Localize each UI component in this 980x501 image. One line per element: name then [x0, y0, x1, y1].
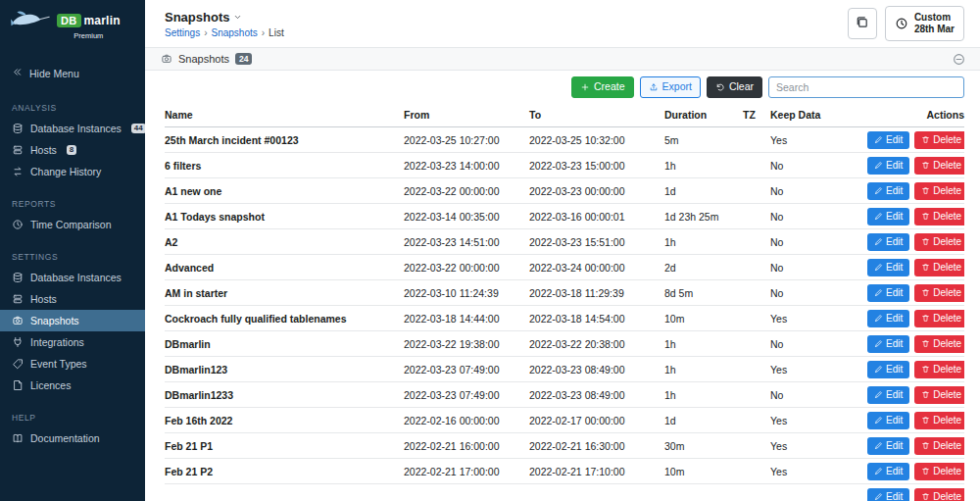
trash-icon — [921, 492, 930, 501]
edit-button[interactable]: Edit — [867, 437, 909, 455]
edit-button[interactable]: Edit — [867, 463, 909, 480]
trash-icon — [921, 467, 930, 476]
count-badge: 44 — [131, 124, 145, 133]
cell-name: AM in starter — [165, 280, 404, 306]
breadcrumb-settings[interactable]: Settings — [165, 27, 200, 38]
cell-tz — [743, 204, 770, 229]
sidebar-item-snapshots[interactable]: Snapshots — [0, 310, 145, 331]
column-header-to: To — [529, 104, 664, 127]
cell-actions: EditDelete — [862, 433, 964, 459]
edit-button[interactable]: Edit — [867, 208, 909, 225]
pencil-icon — [874, 492, 883, 501]
delete-button[interactable]: Delete — [914, 259, 964, 276]
chevron-down-icon[interactable] — [233, 13, 242, 22]
cell-from — [404, 484, 529, 501]
cell-tz — [743, 306, 770, 331]
edit-button[interactable]: Edit — [867, 182, 909, 200]
cell-duration: 1h — [664, 229, 743, 255]
cell-keep-data: No — [770, 178, 862, 204]
sidebar-item-integrations[interactable]: Integrations — [0, 331, 145, 353]
edit-button[interactable]: Edit — [867, 259, 909, 276]
pencil-icon — [874, 212, 883, 221]
cell-from: 2022-03-22 00:00:00 — [404, 255, 529, 280]
main-area: Snapshots Settings›Snapshots›List Custom… — [145, 0, 980, 501]
delete-button[interactable]: Delete — [914, 208, 964, 225]
logo-marlin-text: marlin — [84, 14, 121, 27]
cell-duration: 2d — [664, 255, 743, 280]
sidebar-item-documentation[interactable]: Documentation — [0, 427, 145, 449]
pencil-icon — [874, 161, 883, 170]
breadcrumb-list: List — [269, 27, 284, 38]
cell-duration: 1h — [664, 331, 743, 357]
time-range-date: 28th Mar — [914, 24, 955, 36]
sidebar-item-hosts[interactable]: Hosts — [0, 288, 145, 310]
cell-keep-data: Yes — [770, 433, 862, 459]
section-label-help: HELP — [0, 396, 145, 427]
delete-button[interactable]: Delete — [914, 386, 964, 404]
cell-to: 2022-02-21 17:10:00 — [529, 459, 664, 484]
edit-button[interactable]: Edit — [867, 131, 909, 149]
edit-button[interactable]: Edit — [867, 233, 909, 251]
cell-actions: EditDelete — [862, 255, 964, 280]
cell-name: A2 — [165, 229, 404, 255]
cell-name: Cockroach fully qualified tablenames — [165, 306, 404, 331]
trash-icon — [921, 135, 930, 144]
cell-tz — [743, 408, 770, 433]
sidebar-item-licences[interactable]: Licences — [0, 375, 145, 396]
delete-button[interactable]: Delete — [914, 182, 964, 200]
time-range-button[interactable]: Custom 28th Mar — [885, 6, 964, 41]
cell-actions: EditDelete — [862, 178, 964, 204]
sidebar-item-database-instances[interactable]: Database Instances44 — [0, 118, 145, 139]
trash-icon — [921, 212, 930, 221]
edit-button[interactable]: Edit — [867, 335, 909, 353]
column-header-duration: Duration — [664, 104, 743, 127]
search-input[interactable] — [768, 76, 964, 98]
delete-button[interactable]: Delete — [914, 463, 964, 480]
cell-keep-data: No — [770, 229, 862, 255]
edit-button[interactable]: Edit — [867, 488, 909, 501]
logo[interactable]: DB marlin Premium — [0, 0, 145, 44]
cell-keep-data: No — [770, 204, 862, 229]
sidebar-item-event-types[interactable]: Event Types — [0, 353, 145, 375]
edit-button[interactable]: Edit — [867, 361, 909, 378]
cell-actions: EditDelete — [862, 280, 964, 306]
copy-button[interactable] — [848, 8, 877, 39]
hide-menu-button[interactable]: Hide Menu — [0, 60, 145, 86]
sidebar-item-hosts[interactable]: Hosts8 — [0, 139, 145, 161]
delete-button[interactable]: Delete — [914, 233, 964, 251]
edit-button[interactable]: Edit — [867, 412, 909, 429]
delete-button[interactable]: Delete — [914, 310, 964, 327]
edit-button[interactable]: Edit — [867, 157, 909, 175]
edit-button[interactable]: Edit — [867, 386, 909, 404]
breadcrumb-snapshots[interactable]: Snapshots — [211, 27, 257, 38]
snapshots-table: NameFromToDurationTZKeep DataActions 25t… — [165, 104, 964, 501]
cell-from: 2022-03-10 11:24:39 — [404, 280, 529, 306]
edit-button[interactable]: Edit — [867, 284, 909, 302]
sidebar-item-database-instances[interactable]: Database Instances — [0, 267, 145, 288]
delete-button[interactable]: Delete — [914, 488, 964, 501]
cell-to: 2022-03-23 00:00:00 — [529, 178, 664, 204]
cell-duration: 1d — [664, 178, 743, 204]
delete-button[interactable]: Delete — [914, 335, 964, 353]
sidebar-item-label: Documentation — [30, 432, 100, 444]
export-button[interactable]: Export — [640, 76, 701, 98]
create-button[interactable]: Create — [571, 76, 634, 98]
cell-from: 2022-03-14 00:35:00 — [404, 204, 529, 229]
cell-name: Feb 21 P2 — [165, 459, 404, 484]
edit-button[interactable]: Edit — [867, 310, 909, 327]
cell-tz — [743, 178, 770, 204]
pencil-icon — [874, 186, 883, 195]
delete-button[interactable]: Delete — [914, 412, 964, 429]
delete-button[interactable]: Delete — [914, 131, 964, 149]
collapse-icon[interactable] — [953, 53, 965, 66]
clear-button[interactable]: Clear — [707, 76, 762, 98]
cell-to: 2022-03-18 14:54:00 — [529, 306, 664, 331]
delete-button[interactable]: Delete — [914, 437, 964, 455]
sidebar-item-time-comparison[interactable]: Time Comparison — [0, 214, 145, 235]
cell-keep-data: No — [770, 382, 862, 408]
delete-button[interactable]: Delete — [914, 157, 964, 175]
delete-button[interactable]: Delete — [914, 284, 964, 302]
sidebar-item-change-history[interactable]: Change History — [0, 161, 145, 182]
pencil-icon — [874, 390, 883, 399]
delete-button[interactable]: Delete — [914, 361, 964, 378]
